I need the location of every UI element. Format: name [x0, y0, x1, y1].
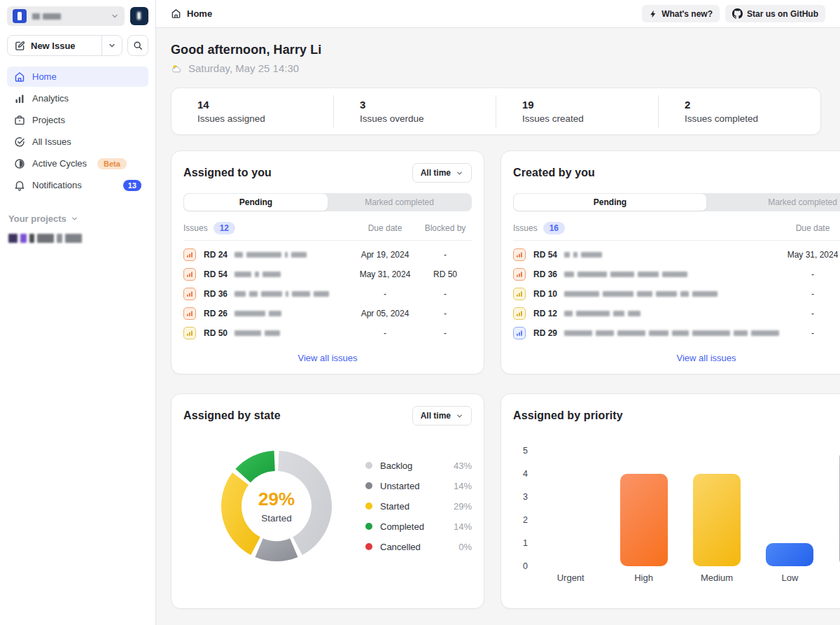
- issue-title-redacted: [234, 311, 351, 316]
- created-issue-list: RD 54May 31, 2024RD 36-RD 10-RD 12-RD 29…: [513, 245, 840, 343]
- duration-filter[interactable]: All time: [412, 163, 472, 183]
- project-item-redacted[interactable]: [7, 234, 148, 243]
- stat-label: Issues created: [522, 113, 658, 124]
- stat-label: Issues overdue: [360, 113, 496, 124]
- legend-label: Unstarted: [380, 481, 419, 491]
- stats-summary: 14Issues assigned3Issues overdue19Issues…: [171, 87, 821, 135]
- star-github-button[interactable]: Star us on GitHub: [725, 5, 825, 22]
- new-issue-button[interactable]: New Issue: [7, 35, 122, 56]
- your-projects-toggle[interactable]: Your projects: [7, 213, 148, 224]
- due-date-cell: -: [779, 269, 840, 279]
- due-date-cell: -: [779, 309, 840, 318]
- sidebar-item-all-issues[interactable]: All Issues: [7, 132, 148, 152]
- issue-row[interactable]: RD 26Apr 05, 2024-: [183, 304, 472, 323]
- github-icon: [732, 8, 743, 19]
- legend-item-completed: Completed14%: [365, 521, 472, 532]
- tab-pending[interactable]: Pending: [514, 194, 706, 211]
- chevron-down-icon: [71, 215, 78, 223]
- issue-row[interactable]: RD 50--: [183, 323, 472, 343]
- issue-row[interactable]: RD 36--: [183, 284, 472, 304]
- home-icon: [171, 8, 181, 19]
- issue-row[interactable]: RD 54May 31, 2024: [513, 245, 840, 265]
- state-donut-chart: 29% Started: [218, 448, 335, 564]
- tab-pending[interactable]: Pending: [184, 194, 328, 211]
- issue-row[interactable]: RD 36-: [513, 265, 840, 284]
- priority-high-icon: [513, 248, 526, 261]
- sidebar-item-notifications[interactable]: Notifications13: [7, 175, 148, 195]
- workspace-switcher[interactable]: [7, 6, 125, 26]
- issue-id: RD 10: [533, 289, 557, 299]
- chevron-down-icon: [111, 12, 119, 20]
- tab-marked-completed[interactable]: Marked completed: [706, 194, 840, 211]
- y-axis-tick: 4: [523, 469, 528, 479]
- priority-high-icon: [183, 248, 196, 261]
- issue-title-redacted: [234, 330, 351, 336]
- whats-new-label: What's new?: [662, 9, 713, 19]
- whats-new-button[interactable]: What's new?: [642, 5, 720, 22]
- legend-dot: [365, 523, 372, 530]
- legend-label: Started: [380, 501, 410, 512]
- stat-value: 2: [685, 99, 820, 111]
- x-axis-label: None: [827, 573, 840, 583]
- issue-row[interactable]: RD 54May 31, 2024RD 50: [183, 265, 472, 284]
- priority-high-icon: [183, 268, 196, 281]
- priority-medium-icon: [513, 288, 526, 300]
- issue-title-redacted: [234, 272, 351, 277]
- bar-low[interactable]: [766, 543, 813, 566]
- legend-label: Cancelled: [380, 542, 421, 552]
- sidebar-item-analytics[interactable]: Analytics: [7, 88, 148, 108]
- legend-label: Completed: [380, 521, 424, 532]
- blocked-by-cell: -: [419, 289, 472, 299]
- issue-row[interactable]: RD 24Apr 19, 2024-: [183, 245, 472, 265]
- legend-item-unstarted: Unstarted14%: [365, 481, 472, 491]
- issue-title-redacted: [564, 272, 779, 277]
- card-title: Assigned to you: [183, 167, 272, 179]
- assigned-to-you-card: Assigned to you All time Pending Marked …: [171, 150, 484, 374]
- tab-group: Pending Marked completed: [183, 193, 472, 211]
- issue-row[interactable]: RD 12-: [513, 304, 840, 323]
- due-date-cell: -: [779, 289, 840, 299]
- duration-filter-value: All time: [421, 411, 451, 421]
- bar-high[interactable]: [620, 474, 668, 566]
- cycles-icon: [14, 158, 25, 169]
- bar-medium[interactable]: [693, 474, 741, 566]
- stat-label: Issues assigned: [197, 113, 333, 124]
- star-github-label: Star us on GitHub: [747, 9, 818, 19]
- lightning-icon: [649, 10, 657, 18]
- y-axis-tick: 2: [523, 515, 528, 525]
- search-button[interactable]: [127, 35, 148, 56]
- legend-dot: [365, 543, 372, 550]
- sidebar-nav: HomeAnalyticsProjectsAll IssuesActive Cy…: [7, 66, 148, 195]
- issue-id: RD 24: [204, 250, 227, 260]
- assigned-by-priority-card: Assigned by priority All time 012345 Urg…: [500, 393, 840, 609]
- sidebar-item-home[interactable]: Home: [7, 66, 148, 87]
- card-title: Assigned by priority: [513, 409, 623, 422]
- priority-high-icon: [183, 307, 196, 320]
- issue-row[interactable]: RD 29-: [513, 323, 840, 343]
- legend-dot: [365, 503, 372, 510]
- view-all-issues-link[interactable]: View all issues: [183, 353, 472, 363]
- app-root: New Issue HomeAnalyticsProjectsAll Issue…: [0, 0, 840, 625]
- view-all-issues-link[interactable]: View all issues: [513, 353, 840, 363]
- beta-badge: Beta: [97, 158, 127, 169]
- due-date-header: Due date: [779, 223, 840, 233]
- user-avatar[interactable]: [130, 7, 148, 25]
- greeting-datetime: Saturday, May 25 14:30: [188, 62, 299, 74]
- blocked-by-cell: -: [419, 328, 472, 338]
- sidebar-item-active-cycles[interactable]: Active CyclesBeta: [7, 153, 148, 174]
- card-title: Created by you: [513, 167, 595, 179]
- sidebar-item-label: Notifications: [32, 180, 82, 190]
- workspace-logo: [13, 9, 27, 23]
- duration-filter[interactable]: All time: [412, 406, 472, 426]
- issue-title-redacted: [234, 252, 351, 258]
- breadcrumb[interactable]: Home: [171, 8, 212, 19]
- legend-item-started: Started29%: [365, 501, 472, 512]
- tab-marked-completed[interactable]: Marked completed: [328, 194, 471, 211]
- issue-id: RD 26: [204, 309, 227, 318]
- sidebar-item-projects[interactable]: Projects: [7, 110, 148, 130]
- sidebar-item-label: Projects: [32, 115, 65, 125]
- issue-row[interactable]: RD 10-: [513, 284, 840, 304]
- priority-medium-icon: [183, 327, 196, 339]
- new-issue-dropdown[interactable]: [102, 36, 122, 55]
- stat-label: Issues completed: [685, 113, 820, 124]
